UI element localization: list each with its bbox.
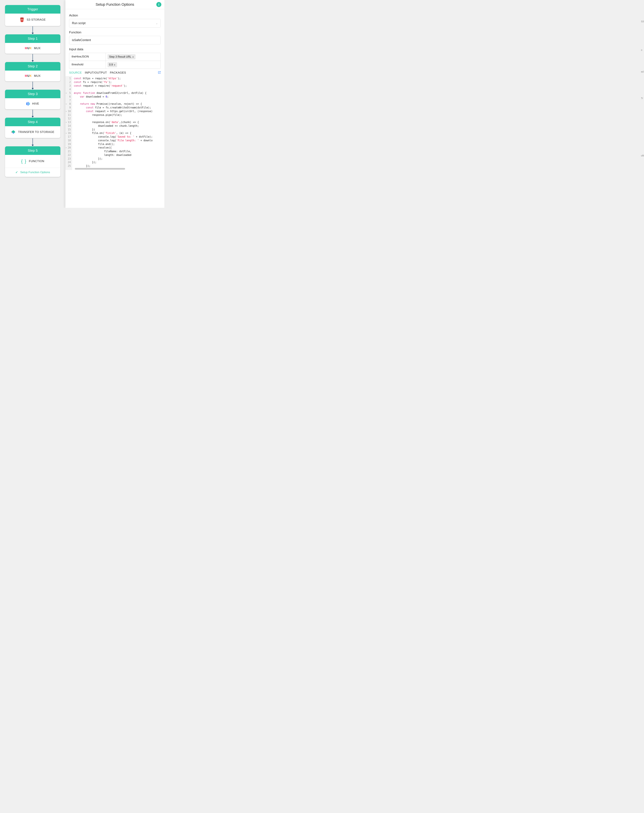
input-data-label: Input data [69,47,161,51]
editor-gutter: 1234567891011121314151617181920212223242… [65,76,72,170]
trigger-card[interactable]: Trigger S3 S3 STORAGE [5,5,60,26]
tab-source[interactable]: SOURCE [69,71,82,74]
action-value: Run script [72,21,86,25]
chip-label: Step 3 Result URL [109,55,132,58]
mux-icon: MUX [25,47,32,50]
connector-arrow-icon [32,26,33,34]
function-value: isSafeContent [72,38,91,42]
step-title: Step 4 [5,118,60,126]
input-value-cell[interactable]: 0.9 × [106,61,161,69]
step-substep[interactable]: ✓ Setup Function Options [5,168,60,177]
step-title: Step 5 [5,146,60,155]
input-data-table: theHiveJSON Step 3 Result URL × threshol… [69,53,161,69]
value-chip[interactable]: 0.9 × [107,62,117,67]
step-service-label: HIVE [32,102,39,106]
input-row: threshold 0.9 × [69,61,161,69]
action-select[interactable]: Run script ⌄ [69,19,161,28]
step-service-label: MUX [34,74,41,78]
step-title: Step 1 [5,34,60,43]
step-service-label: FUNCTION [29,159,44,163]
input-value-cell[interactable]: Step 3 Result URL × [106,53,161,61]
chip-remove-icon[interactable]: × [114,63,115,66]
svg-text:S3: S3 [21,19,23,21]
chip-label: 0.9 [109,63,113,66]
connector-arrow-icon [32,82,33,89]
tab-packages[interactable]: PACKAGES [110,71,126,74]
code-editor[interactable]: 1234567891011121314151617181920212223242… [65,76,164,170]
trigger-title: Trigger [5,5,60,14]
editor-code[interactable]: const https = require('https');const fs … [72,76,164,170]
horizontal-scrollbar[interactable] [75,168,125,170]
step-title: Step 2 [5,62,60,70]
trigger-service-label: S3 STORAGE [27,18,46,21]
step-3-card[interactable]: Step 3 HIVE [5,90,60,109]
info-button[interactable]: i [156,2,161,7]
mux-icon: MUX [25,74,32,78]
value-chip[interactable]: Step 3 Result URL × [107,54,135,59]
panel-title: Setup Function Options [96,2,134,7]
connector-arrow-icon [32,54,33,62]
step-substep-label: Setup Function Options [20,171,50,174]
step-service-label: TRANSFER TO STORAGE [18,130,54,134]
cloud-transfer-icon [11,130,16,134]
tab-input-output[interactable]: INPUT/OUTPUT [85,71,107,74]
s3-icon: S3 [20,17,24,22]
panel-header: Setup Function Options i [65,0,164,9]
step-5-card[interactable]: Step 5 { } FUNCTION ✓ Setup Function Opt… [5,146,60,177]
popout-icon[interactable] [158,71,161,74]
check-icon: ✓ [15,170,18,174]
chip-remove-icon[interactable]: × [132,55,134,58]
trigger-body: S3 S3 STORAGE [5,14,60,26]
svg-point-0 [20,17,24,18]
code-tabs: SOURCE INPUT/OUTPUT PACKAGES [65,69,164,76]
chevron-down-icon: ⌄ [156,21,158,25]
function-label: Function [69,31,161,34]
step-1-card[interactable]: Step 1 MUX MUX [5,34,60,54]
step-title: Step 3 [5,90,60,98]
braces-icon: { } [21,159,26,164]
config-panel: Setup Function Options i Action Run scri… [65,0,164,208]
input-key[interactable]: theHiveJSON [69,53,106,61]
step-4-card[interactable]: Step 4 TRANSFER TO STORAGE [5,118,60,138]
hive-icon [26,102,30,106]
step-2-card[interactable]: Step 2 MUX MUX [5,62,60,81]
connector-arrow-icon [32,110,33,117]
input-key[interactable]: threshold [69,61,106,69]
step-service-label: MUX [34,47,41,50]
connector-arrow-icon [32,138,33,146]
input-row: theHiveJSON Step 3 Result URL × [69,53,161,61]
function-input[interactable]: isSafeContent [69,36,161,44]
action-label: Action [69,14,161,17]
workflow-canvas: Trigger S3 S3 STORAGE Step 1 MUX MUX Ste… [0,0,65,208]
